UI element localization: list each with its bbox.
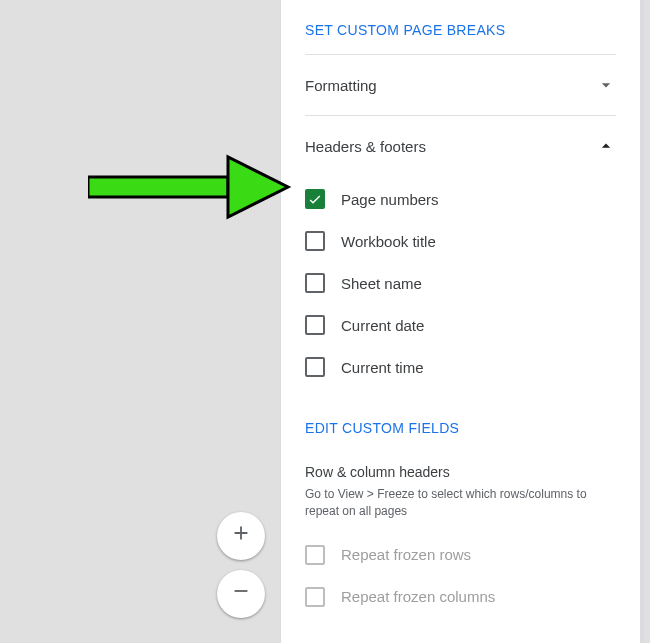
document-preview-area — [0, 0, 280, 643]
chevron-down-icon — [596, 75, 616, 95]
row-column-headers-help: Go to View > Freeze to select which rows… — [305, 486, 616, 534]
zoom-controls — [217, 512, 265, 618]
edit-custom-fields-link[interactable]: EDIT CUSTOM FIELDS — [305, 406, 616, 450]
checkbox-disabled-icon — [305, 587, 325, 607]
repeat-frozen-columns-label: Repeat frozen columns — [341, 588, 495, 605]
current-date-label: Current date — [341, 317, 424, 334]
checkbox-unchecked-icon — [305, 315, 325, 335]
repeat-frozen-columns-checkbox-row: Repeat frozen columns — [305, 576, 616, 618]
sheet-name-checkbox-row[interactable]: Sheet name — [305, 262, 616, 304]
headers-footers-accordion[interactable]: Headers & footers — [305, 118, 616, 174]
chevron-up-icon — [596, 136, 616, 156]
print-settings-panel: SET CUSTOM PAGE BREAKS Formatting Header… — [280, 0, 640, 643]
minus-icon — [230, 580, 252, 608]
current-time-checkbox-row[interactable]: Current time — [305, 346, 616, 388]
plus-icon — [230, 522, 252, 550]
page-numbers-checkbox-row[interactable]: Page numbers — [305, 178, 616, 220]
checkbox-unchecked-icon — [305, 231, 325, 251]
page-numbers-label: Page numbers — [341, 191, 439, 208]
row-column-headers-title: Row & column headers — [305, 454, 616, 486]
zoom-in-button[interactable] — [217, 512, 265, 560]
set-custom-page-breaks-link[interactable]: SET CUSTOM PAGE BREAKS — [305, 8, 616, 52]
formatting-label: Formatting — [305, 77, 377, 94]
panel-right-edge — [640, 0, 644, 643]
headers-footers-label: Headers & footers — [305, 138, 426, 155]
sheet-name-label: Sheet name — [341, 275, 422, 292]
formatting-accordion[interactable]: Formatting — [305, 57, 616, 113]
zoom-out-button[interactable] — [217, 570, 265, 618]
repeat-frozen-rows-label: Repeat frozen rows — [341, 546, 471, 563]
current-date-checkbox-row[interactable]: Current date — [305, 304, 616, 346]
divider — [305, 115, 616, 116]
divider — [305, 54, 616, 55]
current-time-label: Current time — [341, 359, 424, 376]
checkbox-disabled-icon — [305, 545, 325, 565]
workbook-title-checkbox-row[interactable]: Workbook title — [305, 220, 616, 262]
checkbox-unchecked-icon — [305, 273, 325, 293]
workbook-title-label: Workbook title — [341, 233, 436, 250]
repeat-frozen-rows-checkbox-row: Repeat frozen rows — [305, 534, 616, 576]
checkbox-checked-icon — [305, 189, 325, 209]
checkbox-unchecked-icon — [305, 357, 325, 377]
